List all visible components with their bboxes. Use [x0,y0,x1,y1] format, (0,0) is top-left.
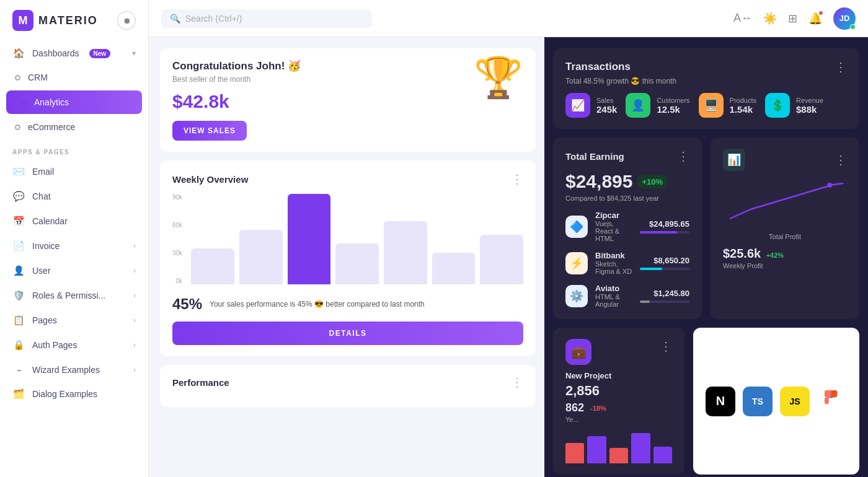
topbar: 🔍 Search (Ctrl+/) A↔ ☀️ ⊞ 🔔 JD [149,0,868,37]
weekly-footer: 45% Your sales performance is 45% 😎 bett… [172,295,523,313]
bitbank-name: Bitbank [595,251,632,260]
bitbank-progress [640,268,689,270]
profit-menu[interactable]: ⋮ [835,152,847,167]
stats-row: 📈 Sales 245k 👤 Customers 12.5k [565,93,847,118]
sidebar-item-user[interactable]: 👤 User › [0,258,148,283]
sidebar-item-calendar[interactable]: 📅 Calendar [0,209,148,234]
y-axis-labels: 90k 60k 30k 0k [172,194,182,287]
project-menu[interactable]: ⋮ [660,339,672,354]
logo-text: MATERIO [38,14,98,27]
sidebar-item-label: Calendar [32,216,68,226]
logo-area: M MATERIO ⏺ [0,0,148,41]
revenue-value: $88k [796,104,823,115]
performance-title: Performance [172,377,229,388]
project-value-row: 2,856 [565,383,672,399]
topbar-right: A↔ ☀️ ⊞ 🔔 JD [733,7,856,30]
revenue-icon: 💲 [765,93,790,118]
details-button[interactable]: DETAILS [172,322,523,345]
revenue-label: Revenue [796,97,823,104]
translate-icon[interactable]: A↔ [733,12,752,25]
search-box[interactable]: 🔍 Search (Ctrl+/) [161,9,372,28]
home-icon: 🏠 [12,48,25,59]
avatar[interactable]: JD [833,7,856,30]
earning-amount: $24,895 [565,171,632,192]
products-info: Products 1.54k [730,97,756,115]
project-label: New Project [565,371,672,380]
stat-revenue: 💲 Revenue $88k [765,93,823,118]
javascript-logo: JS [780,387,810,416]
bar-3-active [288,194,331,284]
project-icon: 💼 [565,339,591,365]
sidebar-item-pages[interactable]: 📋 Pages › [0,308,148,333]
theme-icon[interactable]: ☀️ [763,12,777,25]
sidebar-item-roles[interactable]: 🛡️ Roles & Permissi... › [0,283,148,308]
view-sales-button[interactable]: VIEW SALES [172,121,247,141]
sales-info: Sales 245k [596,97,617,115]
sidebar: M MATERIO ⏺ 🏠 Dashboards New ▾ CRM Analy… [0,0,149,477]
revenue-info: Revenue $88k [796,97,823,115]
user-icon: 👤 [12,265,25,276]
sidebar-item-chat[interactable]: 💬 Chat [0,184,148,209]
mini-bar-2 [587,436,606,463]
notification-icon[interactable]: 🔔 [808,12,822,25]
congrats-amount: $42.8k [172,91,523,112]
aviato-info: Aviato HTML & Angular [595,284,632,308]
performance-card: Performance ⋮ [160,365,536,407]
record-button[interactable]: ⏺ [117,11,136,30]
transactions-card: Transactions ⋮ Total 48.5% growth 😎 this… [553,48,859,129]
earning-growth-badge: +10% [637,175,667,188]
earning-header: Total Earning ⋮ [565,149,689,164]
profit-chart-icon: 📊 [723,149,745,171]
earning-menu[interactable]: ⋮ [677,149,689,164]
products-value: 1.54k [730,104,756,115]
sidebar-item-dashboards[interactable]: 🏠 Dashboards New ▾ [0,41,148,66]
nextjs-logo: N [706,387,735,416]
aviato-logo: ⚙️ [565,285,588,307]
sidebar-item-dialog[interactable]: 🗂️ Dialog Examples [0,382,148,406]
right-panel: Transactions ⋮ Total 48.5% growth 😎 this… [544,37,868,477]
performance-menu[interactable]: ⋮ [511,375,523,390]
total-earning-card: Total Earning ⋮ $24,895 +10% Compared to… [553,138,702,319]
zipcar-amount: $24,895.65 [640,219,689,229]
zipcar-right: $24,895.65 [640,219,689,234]
circle-icon-crm [15,75,20,81]
aviato-progress [640,300,689,303]
y-label: 90k [172,194,182,201]
sidebar-item-auth[interactable]: 🔒 Auth Pages › [0,333,148,357]
trophy-icon: 🏆 [474,55,523,101]
grid-icon[interactable]: ⊞ [788,12,797,25]
weekly-overview-menu[interactable]: ⋮ [511,172,523,186]
sidebar-item-wizard[interactable]: ··· Wizard Examples › [0,357,148,382]
earning-profit-row: Total Earning ⋮ $24,895 +10% Compared to… [553,138,859,319]
profit-chart-label: Total Profit [723,233,847,240]
search-placeholder: Search (Ctrl+/) [185,14,242,24]
nav-badge-new: New [89,49,111,58]
sidebar-item-email[interactable]: ✉️ Email [0,159,148,184]
products-label: Products [730,97,756,104]
bitbank-fill [640,268,662,270]
customers-info: Customers 12.5k [657,97,689,115]
content-area: Congratulations John! 🥳 Best seller of t… [149,37,868,477]
search-icon: 🔍 [170,14,180,24]
pages-icon: 📋 [12,315,25,326]
lock-icon: 🔒 [12,339,25,351]
sidebar-item-analytics[interactable]: Analytics [6,90,142,114]
bar-4 [335,243,379,284]
sidebar-item-label: Pages [32,315,57,325]
aviato-right: $1,245.80 [640,289,689,303]
project-sub-label: Ye... [565,416,672,423]
mini-bar-4 [631,433,650,464]
profit-growth: +42% [766,252,784,259]
sidebar-item-crm[interactable]: CRM [0,66,148,89]
products-icon: 🖥️ [699,93,724,118]
sidebar-item-invoice[interactable]: 📄 Invoice › [0,234,148,258]
aviato-fill [640,300,650,303]
transactions-menu[interactable]: ⋮ [835,59,847,74]
customers-icon: 👤 [626,93,650,118]
bar-chart [191,194,523,287]
tech-logos-card: N TS JS [693,328,859,475]
mini-bar-1 [565,443,584,463]
sidebar-item-ecommerce[interactable]: eCommerce [0,115,148,139]
avatar-online-dot [850,24,856,30]
y-label: 0k [172,278,182,284]
